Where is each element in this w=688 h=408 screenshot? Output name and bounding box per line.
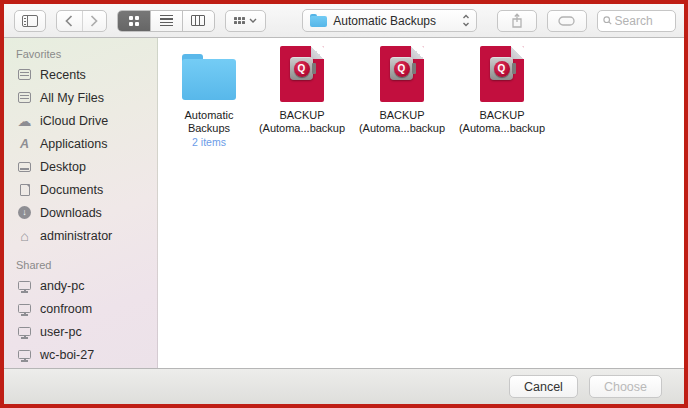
sidebar-item-label: Recents (40, 68, 86, 82)
list-view-button[interactable] (150, 11, 182, 31)
sidebar-item-label: Desktop (40, 160, 86, 174)
sidebar-item-label: user-pc (40, 325, 82, 339)
folder-icon (182, 54, 236, 100)
quicken-backup-file-icon: Q (380, 46, 424, 102)
column-view-button[interactable] (182, 11, 214, 31)
file-browser-area: Automatic Backups 2 items Q BACKUP (Auto… (158, 38, 684, 368)
display-icon (16, 327, 33, 336)
sidebar-item-label: confroom (40, 302, 92, 316)
search-input[interactable] (615, 14, 670, 28)
sidebar-item-label: administrator (40, 229, 112, 243)
sidebar-item-confroom[interactable]: confroom (4, 297, 157, 320)
file-item-backup-3[interactable]: Q BACKUP (Automa...backup (452, 42, 552, 134)
item-label: BACKUP (Automa...backup (459, 109, 545, 134)
sidebar-item-recents[interactable]: Recents (4, 63, 157, 86)
documents-icon (16, 184, 33, 196)
sidebar-item-label: Downloads (40, 206, 102, 220)
sidebar-toggle-icon (22, 15, 38, 27)
sidebar-item-icloud-drive[interactable]: ☁ iCloud Drive (4, 109, 157, 132)
favorites-header: Favorites (4, 42, 157, 63)
home-icon: ⌂ (16, 229, 33, 243)
history-nav-group (56, 10, 108, 32)
chevron-down-icon (249, 18, 257, 23)
q-badge: Q (394, 61, 410, 77)
sidebar-item-user-pc[interactable]: user-pc (4, 320, 157, 343)
search-icon (603, 15, 612, 26)
item-label: Automatic Backups (185, 109, 234, 134)
file-item-backup-1[interactable]: Q BACKUP (Automa...backup (252, 42, 352, 134)
sidebar-item-documents[interactable]: Documents (4, 178, 157, 201)
back-button[interactable] (57, 11, 82, 31)
sidebar-item-label: iCloud Drive (40, 114, 108, 128)
arrange-menu-button[interactable] (225, 10, 267, 32)
cancel-button[interactable]: Cancel (509, 375, 578, 398)
display-icon (16, 304, 33, 313)
tag-icon (558, 16, 575, 26)
folder-location-dropdown[interactable]: Automatic Backups (302, 9, 477, 32)
sidebar-item-label: Applications (40, 137, 107, 151)
sidebar-item-wc-boi-27[interactable]: wc-boi-27 (4, 343, 157, 366)
item-label: BACKUP (Automa...backup (359, 109, 445, 134)
sidebar-item-downloads[interactable]: ↓ Downloads (4, 201, 157, 224)
item-label: BACKUP (Automa...backup (259, 109, 345, 134)
tray-icon (16, 92, 33, 103)
chevron-up-down-icon (462, 14, 470, 27)
sidebar-toggle-button[interactable] (14, 10, 46, 32)
sidebar-item-all-my-files[interactable]: All My Files (4, 86, 157, 109)
applications-icon: A (16, 137, 33, 151)
sidebar-item-administrator[interactable]: ⌂ administrator (4, 224, 157, 247)
chevron-right-icon (90, 15, 98, 27)
tray-icon (16, 69, 33, 80)
sidebar-item-label: Documents (40, 183, 103, 197)
toolbar: Automatic Backups (4, 4, 684, 38)
folder-item-count: 2 items (192, 136, 226, 148)
column-view-icon (191, 15, 205, 26)
list-view-icon (160, 15, 173, 26)
icon-view-button[interactable] (118, 11, 150, 31)
sidebar-item-applications[interactable]: A Applications (4, 132, 157, 155)
q-badge: Q (494, 61, 510, 77)
view-mode-segmented-control (117, 10, 214, 32)
folder-icon (310, 14, 327, 27)
folder-location-label: Automatic Backups (333, 14, 456, 28)
cloud-icon: ☁ (16, 114, 33, 128)
chevron-left-icon (65, 15, 73, 27)
tags-button[interactable] (547, 10, 587, 32)
folder-item-automatic-backups[interactable]: Automatic Backups 2 items (166, 42, 252, 148)
arrange-icon (234, 17, 245, 24)
content-area: Favorites Recents All My Files ☁ iCloud … (4, 38, 684, 368)
search-field[interactable] (597, 10, 676, 32)
file-item-backup-2[interactable]: Q BACKUP (Automa...backup (352, 42, 452, 134)
sidebar-item-label: andy-pc (40, 279, 84, 293)
dialog-footer: Cancel Choose (4, 368, 684, 404)
sidebar: Favorites Recents All My Files ☁ iCloud … (4, 38, 158, 368)
share-button[interactable] (497, 10, 537, 32)
display-icon (16, 350, 33, 359)
shared-header: Shared (4, 247, 157, 274)
share-icon (511, 13, 523, 28)
quicken-backup-file-icon: Q (280, 46, 324, 102)
sidebar-item-andy-pc[interactable]: andy-pc (4, 274, 157, 297)
sidebar-item-label: wc-boi-27 (40, 348, 94, 362)
grid-view-icon (129, 16, 139, 26)
sidebar-item-label: All My Files (40, 91, 104, 105)
quicken-backup-file-icon: Q (480, 46, 524, 102)
finder-choose-dialog: Automatic Backups (0, 0, 688, 408)
display-icon (16, 281, 33, 290)
downloads-icon: ↓ (16, 206, 33, 219)
q-badge: Q (294, 61, 310, 77)
sidebar-item-desktop[interactable]: Desktop (4, 155, 157, 178)
desktop-icon (16, 162, 33, 172)
choose-button[interactable]: Choose (589, 375, 662, 398)
forward-button[interactable] (82, 11, 107, 31)
